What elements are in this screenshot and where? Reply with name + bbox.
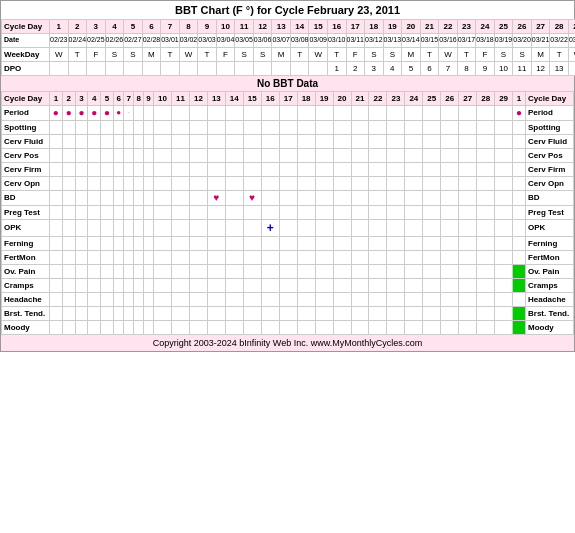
row-label: OPK (2, 220, 50, 237)
row-label: Moody (2, 321, 50, 335)
table-cell (154, 265, 172, 279)
header-data-cell: 03/05 (235, 34, 254, 48)
header-data-cell: M (142, 48, 161, 62)
table-cell (333, 191, 351, 206)
table-cell (225, 135, 243, 149)
table-cell (405, 149, 423, 163)
table-cell (243, 307, 261, 321)
header-data-cell: T (420, 48, 439, 62)
table-cell (297, 177, 315, 191)
table-cell (477, 121, 495, 135)
table-cell (189, 220, 207, 237)
header-data-cell: S (513, 48, 532, 62)
table-cell (477, 293, 495, 307)
table-cell (333, 265, 351, 279)
table-cell (225, 121, 243, 135)
table-cell (243, 106, 261, 121)
cycle-day-cell: 3 (75, 92, 88, 106)
table-cell (225, 321, 243, 335)
table-cell (477, 149, 495, 163)
table-cell (441, 307, 459, 321)
table-cell (88, 265, 101, 279)
cycle-day-cell: 26 (441, 92, 459, 106)
header-data-cell (309, 62, 328, 76)
table-cell (243, 293, 261, 307)
table-cell (171, 206, 189, 220)
table-cell: ♥ (243, 191, 261, 206)
table-cell (144, 163, 154, 177)
cycle-day-header-label: Cycle Day (2, 92, 50, 106)
table-cell (189, 279, 207, 293)
cycle-day-cell: 7 (124, 92, 134, 106)
cycle-day-cell: 13 (207, 92, 225, 106)
table-cell (171, 307, 189, 321)
table-cell (279, 106, 297, 121)
table-cell (513, 307, 526, 321)
header-data-cell: F (87, 48, 106, 62)
header-data-cell: W (50, 48, 69, 62)
table-cell (513, 321, 526, 335)
table-cell (513, 220, 526, 237)
table-cell (351, 206, 369, 220)
table-cell (351, 191, 369, 206)
period-dot: ● (66, 107, 72, 118)
table-cell (387, 237, 405, 251)
table-cell (75, 220, 88, 237)
table-cell (513, 251, 526, 265)
table-cell (243, 121, 261, 135)
table-cell: ● (513, 106, 526, 121)
cycle-day-cell: 21 (420, 20, 439, 34)
cycle-day-cell: 24 (476, 20, 495, 34)
table-cell (297, 163, 315, 177)
table-cell (101, 149, 114, 163)
table-cell (423, 251, 441, 265)
row-label-right: Ferning (526, 237, 574, 251)
table-cell (144, 149, 154, 163)
header-data-cell: 03/20 (513, 34, 532, 48)
table-cell (405, 191, 423, 206)
row-label-right: Cerv Fluid (526, 135, 574, 149)
table-cell (297, 149, 315, 163)
table-cell: ♥ (207, 191, 225, 206)
header-data-cell: 03/21 (531, 34, 550, 48)
table-cell (144, 121, 154, 135)
table-cell (333, 307, 351, 321)
cycle-day-header-label: Cycle Day (2, 20, 50, 34)
table-cell (88, 121, 101, 135)
table-cell (124, 293, 134, 307)
table-cell (369, 177, 387, 191)
row-label-right: Cerv Opn (526, 177, 574, 191)
table-cell (297, 293, 315, 307)
table-cell (423, 265, 441, 279)
table-cell (134, 265, 144, 279)
table-cell (369, 307, 387, 321)
header-data-cell: 03/01 (161, 34, 180, 48)
row-label-right: Preg Test (526, 206, 574, 220)
table-cell (333, 121, 351, 135)
table-cell (243, 279, 261, 293)
table-cell (88, 251, 101, 265)
row-label-right: Brst. Tend. (526, 307, 574, 321)
cycle-day-cell: 8 (134, 92, 144, 106)
table-cell (459, 321, 477, 335)
table-cell (333, 293, 351, 307)
cycle-day-cell: 28 (550, 20, 569, 34)
table-cell (441, 135, 459, 149)
table-cell (459, 163, 477, 177)
cycle-day-cell: 19 (315, 92, 333, 106)
table-cell (495, 177, 513, 191)
table-cell (113, 191, 124, 206)
row-label: Brst. Tend. (2, 307, 50, 321)
row-label: BD (2, 191, 50, 206)
header-data-cell: S (105, 48, 124, 62)
header-data-cell: T (68, 48, 87, 62)
table-cell (351, 163, 369, 177)
table-cell (207, 149, 225, 163)
header-data-cell (272, 62, 291, 76)
header-data-cell: 11 (513, 62, 532, 76)
row-label-right: OPK (526, 220, 574, 237)
table-cell (423, 191, 441, 206)
cycle-day-cell: 22 (439, 20, 458, 34)
table-cell (387, 220, 405, 237)
table-cell (62, 135, 75, 149)
